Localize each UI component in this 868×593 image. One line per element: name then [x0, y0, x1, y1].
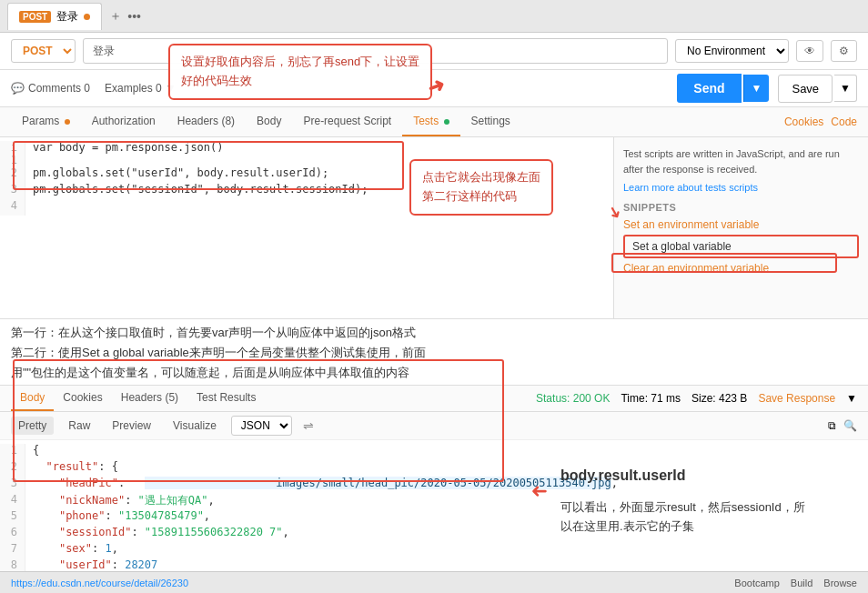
json-line-2: 2 "result": {	[0, 460, 868, 477]
tab-body[interactable]: Body	[246, 107, 292, 136]
more-tabs-icon[interactable]: •••	[127, 9, 141, 24]
arrow-body-result: ➜	[531, 479, 548, 503]
right-links: Cookies Code	[784, 116, 857, 128]
resp-size: Size: 423 B	[691, 392, 747, 405]
json-line-7: 7 "sex": 1,	[0, 542, 868, 558]
bottom-bar: https://edu.csdn.net/course/detail/26230…	[0, 571, 868, 593]
send-button[interactable]: Send	[677, 74, 741, 103]
resp-tab-body[interactable]: Body	[11, 386, 54, 411]
save-button[interactable]: Save	[778, 75, 833, 103]
body-result-label: body.result.userId	[560, 467, 686, 484]
annotation-line2: 第二行：使用Set a global variable来声明一个全局变量供整个测…	[11, 343, 857, 383]
resp-tab-testresults[interactable]: Test Results	[187, 386, 265, 411]
response-tabs: Body Cookies Headers (5) Test Results St…	[0, 386, 868, 412]
annotation-bubble-2: 点击它就会出现像左面第二行这样的代码	[409, 159, 553, 216]
method-select[interactable]: POST GET	[11, 39, 76, 63]
annotation-bubble-1: 设置好取值内容后，别忘了再send下，让设置好的代码生效	[168, 44, 432, 100]
request-tab[interactable]: POST 登录	[7, 3, 102, 30]
build-link[interactable]: Build	[791, 578, 812, 588]
annotation-text-area: 第一行：在从这个接口取值时，首先要var声明一个从响应体中返回的json格式 第…	[0, 319, 868, 386]
resp-tab-cookies[interactable]: Cookies	[54, 386, 111, 411]
comments-label: 💬 Comments 0	[11, 82, 90, 95]
bootcamp-link[interactable]: Bootcamp	[734, 578, 780, 588]
send-dropdown[interactable]: ▼	[743, 75, 770, 102]
snippet-global-var[interactable]: Set a global variable	[623, 235, 859, 258]
save-response-btn[interactable]: Save Response	[758, 392, 835, 405]
save-dropdown[interactable]: ▼	[834, 75, 857, 102]
right-panel: Test scripts are written in JavaScript, …	[613, 137, 868, 318]
settings-icon-btn[interactable]: ⚙	[831, 40, 857, 62]
fmt-visualize[interactable]: Visualize	[166, 417, 224, 435]
snippets-title: SNIPPETS	[623, 202, 859, 213]
tab-authorization[interactable]: Authorization	[81, 107, 167, 136]
code-link[interactable]: Code	[831, 116, 857, 128]
tab-headers[interactable]: Headers (8)	[167, 107, 246, 136]
cookies-link[interactable]: Cookies	[784, 116, 823, 128]
tab-params[interactable]: Params	[11, 107, 81, 136]
resp-tab-headers[interactable]: Headers (5)	[112, 386, 187, 411]
tab-title: 登录	[56, 9, 78, 25]
json-line-8: 8 "userId": 28207	[0, 558, 868, 571]
fmt-type-select[interactable]: JSON XML HTML	[231, 416, 292, 436]
format-icon[interactable]: ⇌	[303, 418, 314, 433]
bottom-link[interactable]: https://edu.csdn.net/course/detail/26230	[11, 578, 188, 588]
request-tabs: Params Authorization Headers (8) Body Pr…	[0, 107, 868, 137]
learn-more-link[interactable]: Learn more about tests scripts	[623, 182, 758, 193]
eye-icon-btn[interactable]: 👁	[796, 40, 823, 62]
tab-actions: ＋ •••	[109, 8, 141, 25]
body-result-desc: 可以看出，外面显示result，然后sessionId，所以在这里用.表示它的子…	[560, 498, 805, 537]
tab-bar: POST 登录 ＋ •••	[0, 0, 868, 33]
tab-tests[interactable]: Tests	[402, 107, 459, 136]
status-ok: Status: 200 OK	[536, 392, 610, 405]
bottom-right: Bootcamp Build Browse	[734, 578, 857, 588]
snippet-env-var[interactable]: Set an environment variable	[623, 218, 859, 231]
tab-settings[interactable]: Settings	[460, 107, 521, 136]
right-panel-desc: Test scripts are written in JavaScript, …	[623, 146, 859, 176]
format-bar: Pretty Raw Preview Visualize JSON XML HT…	[0, 412, 868, 440]
response-status: Status: 200 OK Time: 71 ms Size: 423 B S…	[536, 392, 857, 405]
tab-dot	[84, 14, 90, 20]
examples-label: Examples 0 ▼	[105, 82, 177, 95]
resp-time: Time: 71 ms	[621, 392, 681, 405]
annotation-line1: 第一行：在从这个接口取值时，首先要var声明一个从响应体中返回的json格式	[11, 323, 857, 343]
url-bar: POST GET No Environment 👁 ⚙	[0, 33, 868, 70]
fmt-pretty[interactable]: Pretty	[11, 417, 54, 435]
tab-prerequest[interactable]: Pre-request Script	[292, 107, 402, 136]
environment-select[interactable]: No Environment	[675, 39, 789, 63]
search-icon[interactable]: 🔍	[843, 419, 857, 432]
save-resp-dropdown[interactable]: ▼	[846, 392, 857, 405]
method-badge: POST	[19, 11, 51, 23]
browse-link[interactable]: Browse	[823, 578, 857, 588]
json-line-3: 3 "headPic": images/small/head_pic/2020-…	[0, 477, 868, 493]
snippet-clear-env[interactable]: Clear an environment variable	[623, 262, 859, 275]
fmt-raw[interactable]: Raw	[61, 417, 97, 435]
add-tab-icon[interactable]: ＋	[109, 8, 122, 25]
json-line-1: 1 {	[0, 444, 868, 460]
copy-icon[interactable]: ⧉	[828, 419, 836, 432]
app-window: POST 登录 ＋ ••• POST GET No Environment 👁 …	[0, 0, 868, 593]
fmt-preview[interactable]: Preview	[105, 417, 158, 435]
